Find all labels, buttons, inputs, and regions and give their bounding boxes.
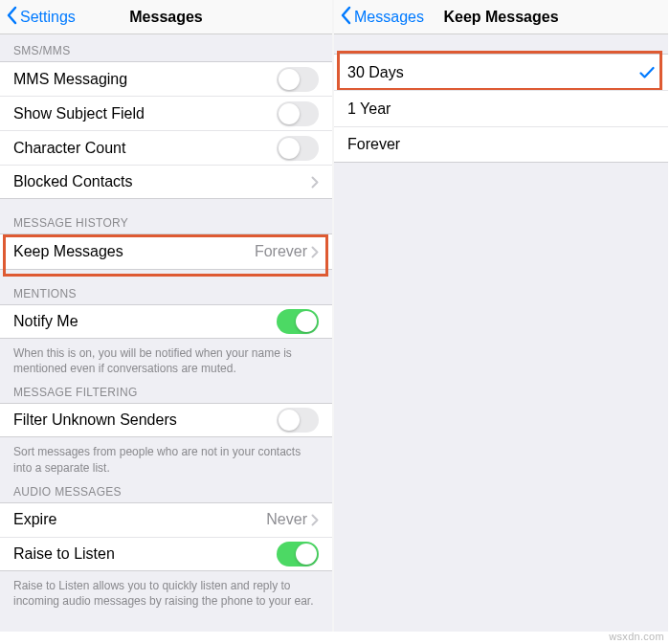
option-label: Forever xyxy=(347,136,655,153)
option-label: 30 Days xyxy=(347,64,639,81)
row-mms-messaging[interactable]: MMS Messaging xyxy=(0,61,332,96)
section-header-history: MESSAGE HISTORY xyxy=(0,199,332,233)
keep-messages-screen: Messages Keep Messages 30 Days 1 Year Fo… xyxy=(334,0,668,632)
toggle-charcount[interactable] xyxy=(277,136,319,161)
chevron-left-icon xyxy=(6,6,20,29)
section-footer-audio: Raise to Listen allows you to quickly li… xyxy=(0,571,332,609)
row-label: Blocked Contacts xyxy=(13,173,311,190)
row-show-subject-field[interactable]: Show Subject Field xyxy=(0,96,332,130)
section-header-filtering: MESSAGE FILTERING xyxy=(0,376,332,403)
chevron-right-icon xyxy=(311,514,319,526)
row-expire[interactable]: Expire Never xyxy=(0,502,332,537)
row-detail: Forever xyxy=(255,243,307,260)
row-detail: Never xyxy=(266,511,307,528)
row-label: Notify Me xyxy=(13,313,277,330)
back-label: Settings xyxy=(20,9,76,26)
section-footer-filtering: Sort messages from people who are not in… xyxy=(0,437,332,475)
row-label: Show Subject Field xyxy=(13,105,277,122)
option-1-year[interactable]: 1 Year xyxy=(334,90,668,126)
chevron-right-icon xyxy=(311,176,319,189)
page-title: Keep Messages xyxy=(443,9,558,26)
watermark: wsxdn.com xyxy=(609,631,664,642)
nav-bar: Messages Keep Messages xyxy=(334,0,668,34)
section-header-sms: SMS/MMS xyxy=(0,34,332,61)
option-label: 1 Year xyxy=(347,100,655,118)
row-keep-messages[interactable]: Keep Messages Forever xyxy=(0,233,332,270)
nav-bar: Settings Messages xyxy=(0,0,332,34)
option-30-days[interactable]: 30 Days xyxy=(334,54,668,90)
page-title: Messages xyxy=(129,9,203,26)
section-header-mentions: MENTIONS xyxy=(0,270,332,304)
row-character-count[interactable]: Character Count xyxy=(0,130,332,165)
chevron-right-icon xyxy=(311,246,319,258)
row-notify-me[interactable]: Notify Me xyxy=(0,304,332,339)
toggle-filter[interactable] xyxy=(277,408,319,433)
toggle-subject[interactable] xyxy=(277,101,319,126)
row-filter-unknown[interactable]: Filter Unknown Senders xyxy=(0,403,332,437)
toggle-mms[interactable] xyxy=(277,67,319,92)
row-raise-to-listen[interactable]: Raise to Listen xyxy=(0,537,332,571)
row-label: Expire xyxy=(13,511,266,528)
section-header-audio: AUDIO MESSAGES xyxy=(0,476,332,502)
section-footer-mentions: When this is on, you will be notified wh… xyxy=(0,339,332,376)
chevron-left-icon xyxy=(340,6,354,29)
back-label: Messages xyxy=(354,9,424,26)
toggle-notify[interactable] xyxy=(277,309,319,334)
checkmark-icon xyxy=(639,66,655,79)
toggle-raise[interactable] xyxy=(277,542,319,566)
row-label: MMS Messaging xyxy=(13,71,277,88)
messages-settings-screen: Settings Messages SMS/MMS MMS Messaging … xyxy=(0,0,334,632)
row-label: Filter Unknown Senders xyxy=(13,411,277,429)
back-to-messages[interactable]: Messages xyxy=(340,0,424,34)
option-forever[interactable]: Forever xyxy=(334,126,668,163)
row-label: Raise to Listen xyxy=(13,545,277,563)
back-to-settings[interactable]: Settings xyxy=(6,0,76,34)
row-label: Keep Messages xyxy=(13,243,255,260)
row-label: Character Count xyxy=(13,140,277,157)
row-blocked-contacts[interactable]: Blocked Contacts xyxy=(0,165,332,199)
